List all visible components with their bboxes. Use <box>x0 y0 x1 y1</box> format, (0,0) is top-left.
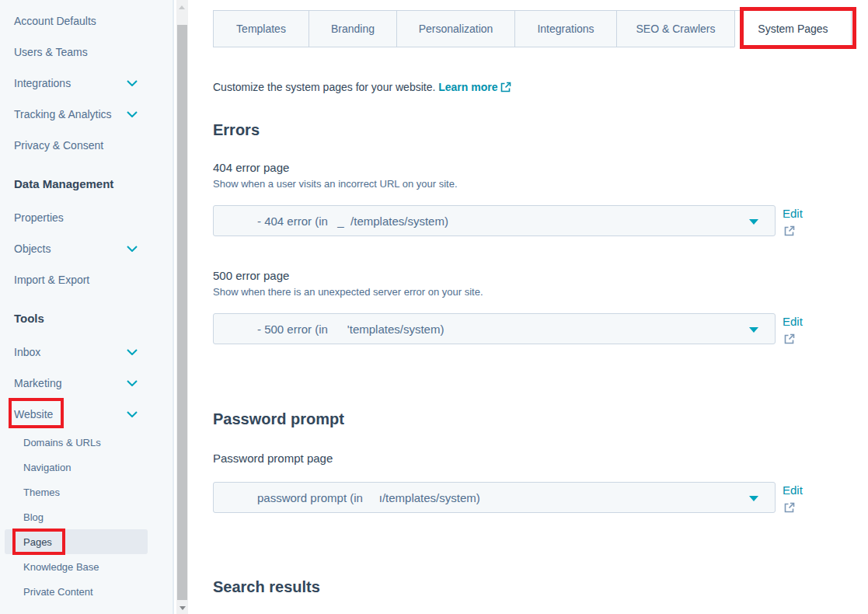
caret-down-icon <box>749 219 758 225</box>
sidebar-item-knowledge-base[interactable]: Knowledge Base <box>5 554 148 579</box>
sidebar-item-label: Import & Export <box>14 274 89 286</box>
sidebar-item-inbox[interactable]: Inbox <box>0 337 173 368</box>
password-edit-column: Edit <box>783 482 803 516</box>
sidebar-subitem-label: Pages <box>23 536 52 548</box>
field-label-404: 404 error page <box>213 161 868 175</box>
404-edit-link[interactable]: Edit <box>783 207 803 221</box>
settings-sidebar: Account Defaults Users & Teams Integrati… <box>0 0 174 614</box>
scrollbar-up-arrow-icon[interactable] <box>179 5 185 9</box>
sidebar-item-label: Marketing <box>14 377 61 389</box>
field-row-500: - 500 error (in 'templates/system) Edit <box>213 313 868 347</box>
main-content: Templates Branding Personalization Integ… <box>188 0 868 614</box>
field-desc-404: Show when a user visits an incorrect URL… <box>213 178 868 190</box>
sidebar-item-blog[interactable]: Blog <box>5 504 148 529</box>
chevron-down-icon <box>127 111 138 117</box>
sidebar-item-account-defaults[interactable]: Account Defaults <box>0 5 173 37</box>
sidebar-item-label: Website <box>14 408 53 420</box>
tab-personalization[interactable]: Personalization <box>396 10 515 47</box>
chevron-down-icon <box>127 246 138 252</box>
tab-system-pages[interactable]: System Pages <box>734 10 852 47</box>
field-row-password-prompt: password prompt (in ı/templates/system) … <box>213 482 868 516</box>
tab-seo-crawlers[interactable]: SEO & Crawlers <box>616 10 735 47</box>
sidebar-item-label: Objects <box>14 242 51 255</box>
tab-label: Integrations <box>537 23 594 35</box>
scrollbar-down-arrow-icon[interactable] <box>180 606 186 610</box>
sidebar-item-domains-urls[interactable]: Domains & URLs <box>5 430 148 455</box>
tab-integrations[interactable]: Integrations <box>514 10 617 47</box>
sidebar-subitem-label: Themes <box>23 487 60 498</box>
sidebar-item-objects[interactable]: Objects <box>0 233 173 264</box>
sidebar-subitem-label: Knowledge Base <box>23 561 99 573</box>
tab-label: Templates <box>236 23 286 35</box>
sidebar-item-private-content[interactable]: Private Content <box>5 579 148 604</box>
sidebar-item-marketing[interactable]: Marketing <box>0 368 173 399</box>
field-row-404: - 404 error (in _ /templates/system) Edi… <box>213 205 868 239</box>
sidebar-header-tools: Tools <box>0 302 173 333</box>
sidebar-item-properties[interactable]: Properties <box>0 202 173 233</box>
sidebar-item-import-export[interactable]: Import & Export <box>0 264 173 295</box>
sidebar-item-tracking-analytics[interactable]: Tracking & Analytics <box>0 99 173 130</box>
sidebar-item-label: Users & Teams <box>14 46 88 58</box>
chevron-down-icon <box>127 80 138 86</box>
tab-label: Personalization <box>419 23 493 35</box>
sidebar-item-website[interactable]: Website <box>0 399 173 430</box>
caret-down-icon <box>749 327 758 333</box>
sidebar-item-privacy-consent[interactable]: Privacy & Consent <box>0 130 173 161</box>
external-link-icon <box>500 81 511 96</box>
section-title-search-results: Search results <box>213 577 868 597</box>
500-edit-column: Edit <box>783 313 803 347</box>
external-link-icon[interactable] <box>784 225 795 239</box>
tab-bar: Templates Branding Personalization Integ… <box>213 10 868 47</box>
sidebar-item-users-teams[interactable]: Users & Teams <box>0 37 173 68</box>
scrollbar-thumb[interactable] <box>177 25 187 600</box>
tab-label: SEO & Crawlers <box>636 23 716 35</box>
sidebar-header-data-management: Data Management <box>0 168 173 199</box>
tab-branding[interactable]: Branding <box>309 10 397 47</box>
sidebar-item-label: Properties <box>14 211 64 224</box>
sidebar-item-label: Inbox <box>14 346 40 358</box>
404-page-select-value: - 404 error (in _ /templates/system) <box>257 215 448 228</box>
500-page-select[interactable]: - 500 error (in 'templates/system) <box>213 313 776 344</box>
external-link-icon[interactable] <box>784 333 795 347</box>
sidebar-subitem-label: Domains & URLs <box>23 437 101 448</box>
field-label-password-prompt: Password prompt page <box>213 452 868 466</box>
sidebar-subitem-label: Blog <box>23 511 44 523</box>
sidebar-item-label: Integrations <box>14 77 71 89</box>
sidebar-subitem-label: Navigation <box>23 462 71 473</box>
password-prompt-select-value: password prompt (in ı/templates/system) <box>257 491 480 504</box>
external-link-icon[interactable] <box>784 502 795 516</box>
intro-sentence: Customize the system pages for your webs… <box>213 81 435 93</box>
sidebar-item-label: Account Defaults <box>14 15 96 27</box>
sidebar-item-themes[interactable]: Themes <box>5 480 148 504</box>
sidebar-item-integrations[interactable]: Integrations <box>0 68 173 99</box>
password-prompt-select[interactable]: password prompt (in ı/templates/system) <box>213 482 776 513</box>
settings-page: Account Defaults Users & Teams Integrati… <box>0 0 868 614</box>
sidebar-scrollbar[interactable] <box>176 0 188 614</box>
chevron-down-icon <box>127 349 138 355</box>
500-edit-link[interactable]: Edit <box>783 315 803 329</box>
section-title-errors: Errors <box>213 120 868 140</box>
learn-more-link[interactable]: Learn more <box>438 81 497 93</box>
caret-down-icon <box>749 496 758 501</box>
sidebar-header-label: Data Management <box>14 177 113 190</box>
tab-templates[interactable]: Templates <box>213 10 309 47</box>
sidebar-item-navigation[interactable]: Navigation <box>5 455 148 480</box>
tab-label: System Pages <box>758 23 828 35</box>
password-edit-link[interactable]: Edit <box>783 483 803 497</box>
sidebar-item-label: Privacy & Consent <box>14 139 103 152</box>
section-title-password-prompt: Password prompt <box>213 409 868 429</box>
sidebar-item-pages[interactable]: Pages <box>5 529 148 554</box>
sidebar-subitem-label: Private Content <box>23 586 93 598</box>
chevron-down-icon <box>127 411 138 417</box>
field-desc-500: Show when there is an unexpected server … <box>213 286 868 298</box>
404-page-select[interactable]: - 404 error (in _ /templates/system) <box>213 205 776 236</box>
intro-text: Customize the system pages for your webs… <box>213 79 868 96</box>
sidebar-item-label: Tracking & Analytics <box>14 108 112 120</box>
404-edit-column: Edit <box>783 205 803 239</box>
field-label-500: 500 error page <box>213 269 868 283</box>
sidebar-header-label: Tools <box>14 312 44 325</box>
chevron-down-icon <box>127 380 138 386</box>
500-page-select-value: - 500 error (in 'templates/system) <box>257 323 444 336</box>
tab-label: Branding <box>331 23 375 35</box>
